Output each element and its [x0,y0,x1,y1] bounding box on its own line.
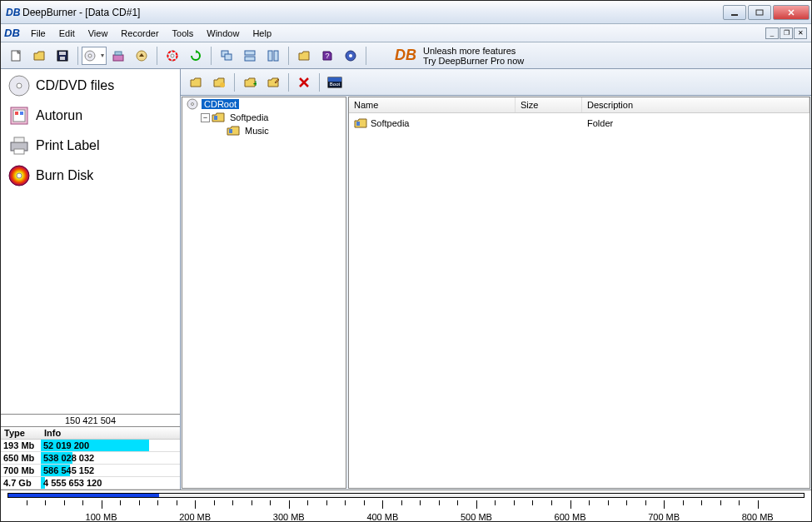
tree-toggle-icon[interactable]: − [201,113,210,122]
tree-label: CDRoot [202,99,239,109]
new-folder-button[interactable]: + [240,72,260,92]
new-button[interactable] [6,46,26,66]
settings-button[interactable] [341,46,361,66]
svg-point-40 [192,103,194,106]
close-button[interactable] [773,5,810,20]
list-item[interactable]: SoftpediaFolder [349,113,810,133]
tree-item[interactable]: −Softpedia [182,111,346,124]
app-icon: DB [6,6,19,19]
ruler-label: 100 MB [86,512,117,522]
col-size[interactable]: Size [516,97,582,112]
menubar: DB File Edit View Recorder Tools Window … [1,24,811,42]
svg-text:?: ? [325,52,329,60]
col-name[interactable]: Name [349,97,516,112]
svg-rect-28 [20,112,23,115]
menu-edit[interactable]: Edit [52,26,82,41]
svg-rect-9 [115,52,122,55]
nav-print-label[interactable]: Print Label [2,131,178,161]
promo-banner[interactable]: DB Unleash more features Try DeepBurner … [395,46,524,66]
col-description[interactable]: Description [582,97,810,112]
promo-line1: Unleash more features [423,46,524,56]
window-title: DeepBurner - [Data CD#1] [22,7,721,18]
cd-icon [7,74,31,97]
save-button[interactable] [52,46,72,66]
open-button[interactable] [29,46,49,66]
menu-file[interactable]: File [24,26,52,41]
svg-rect-15 [225,54,232,60]
tree-label: Softpedia [227,112,271,122]
open-folder-button[interactable] [186,72,206,92]
add-folder-button[interactable] [209,72,229,92]
promo-logo-icon: DB [395,47,416,64]
refresh-button[interactable] [186,46,206,66]
svg-rect-17 [245,57,255,61]
nav-panel: CD/DVD files Autorun Print Label Burn Di… [1,69,180,414]
boot-button[interactable]: Boot [325,72,345,92]
svg-point-7 [88,54,92,57]
folder-icon [354,117,367,129]
nav-cd-dvd-files[interactable]: CD/DVD files [2,71,178,101]
menu-view[interactable]: View [82,26,115,41]
burn-button[interactable] [162,46,182,66]
svg-rect-8 [113,55,123,61]
explorer-button[interactable] [294,46,314,66]
mdi-close-button[interactable]: ✕ [794,27,807,39]
nav-label: Autorun [36,108,82,123]
ruler-fill [8,494,159,497]
folder-icon [212,112,225,123]
erase-button[interactable] [108,46,128,66]
info-box: 150 421 504 Type Info 193 Mb52 019 20065… [1,414,180,490]
nav-autorun[interactable]: Autorun [2,101,178,131]
svg-rect-16 [245,51,255,55]
mdi-minimize-button[interactable]: _ [765,27,779,39]
size-ruler: 100 MB200 MB300 MB400 MB500 MB600 MB700 … [1,490,811,521]
menu-tools[interactable]: Tools [166,26,201,41]
help-button[interactable]: ? [317,46,337,66]
svg-rect-31 [14,149,24,154]
svg-point-13 [171,54,174,57]
rename-folder-button[interactable] [263,72,283,92]
info-row: 193 Mb52 019 200 [1,440,180,452]
info-header-type: Type [1,427,41,439]
tile-vertical-button[interactable] [263,46,283,66]
menu-help[interactable]: Help [246,26,278,41]
svg-rect-0 [731,14,738,16]
cascade-button[interactable] [217,46,237,66]
tree-item[interactable]: Music [182,124,346,137]
svg-point-34 [220,82,225,87]
maximize-button[interactable] [748,5,771,20]
tile-horizontal-button[interactable] [240,46,260,66]
burn-disk-icon [7,164,31,187]
mdi-restore-button[interactable]: ❐ [780,27,793,39]
tree-view[interactable]: CDRoot−SoftpediaMusic [182,97,346,489]
nav-label: Burn Disk [36,168,93,183]
nav-burn-disk[interactable]: Burn Disk [2,161,178,191]
delete-button[interactable] [294,72,314,92]
main-toolbar: ▾ ? DB Unleash more features Try DeepBur… [1,42,811,69]
info-header-info: Info [41,427,180,439]
menu-recorder[interactable]: Recorder [114,26,165,41]
minimize-button[interactable] [723,5,746,20]
svg-rect-41 [214,116,217,120]
eject-button[interactable] [132,46,152,66]
info-row: 650 Mb538 028 032 [1,452,180,465]
drive-select[interactable]: ▾ [82,47,107,65]
ruler-label: 600 MB [555,512,586,522]
file-list[interactable]: Name Size Description SoftpediaFolder [348,97,810,489]
svg-point-33 [17,173,22,178]
svg-rect-4 [59,52,66,55]
svg-text:Boot: Boot [330,82,341,87]
svg-rect-19 [274,51,278,61]
nav-label: Print Label [36,138,100,153]
svg-point-24 [17,83,22,88]
menu-window[interactable]: Window [200,26,246,41]
tree-item[interactable]: CDRoot [182,97,346,111]
svg-rect-30 [14,137,24,142]
svg-rect-1 [756,10,763,15]
ruler-label: 700 MB [648,512,680,522]
svg-point-22 [349,54,352,57]
app-logo-small: DB [4,27,19,39]
svg-rect-5 [60,57,65,60]
ruler-label: 800 MB [742,512,774,522]
ruler-label: 400 MB [366,512,398,522]
